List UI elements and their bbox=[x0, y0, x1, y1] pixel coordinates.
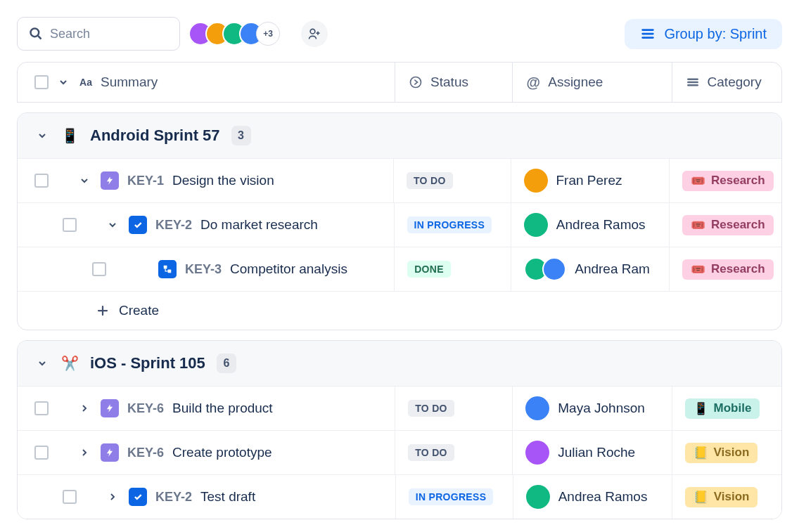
status-badge[interactable]: TO DO bbox=[408, 444, 454, 461]
tag-icon: 📒 bbox=[693, 490, 708, 505]
cell-summary: KEY-2Test draft bbox=[18, 475, 395, 519]
status-badge[interactable]: TO DO bbox=[408, 400, 454, 417]
cell-category[interactable]: 🎟️Research bbox=[669, 203, 781, 247]
chevron-down-icon[interactable] bbox=[34, 356, 50, 371]
table-row[interactable]: KEY-6Create prototypeTO DOJulian Roche📒V… bbox=[18, 430, 781, 474]
issue-summary[interactable]: Do market research bbox=[200, 217, 318, 233]
issue-key[interactable]: KEY-2 bbox=[155, 490, 192, 505]
issue-summary[interactable]: Test draft bbox=[200, 489, 255, 505]
search-icon bbox=[29, 26, 43, 41]
status-badge[interactable]: TO DO bbox=[407, 172, 453, 189]
expand-toggle[interactable] bbox=[77, 401, 92, 416]
cell-status[interactable]: TO DO bbox=[395, 431, 512, 474]
row-checkbox[interactable] bbox=[63, 490, 77, 504]
cell-status[interactable]: DONE bbox=[394, 247, 511, 291]
people-filter[interactable]: +3 bbox=[188, 22, 280, 46]
status-badge[interactable]: IN PROGRESS bbox=[407, 216, 492, 233]
cell-category[interactable]: 📒Vision bbox=[672, 431, 781, 474]
cell-category[interactable]: 🎟️Research bbox=[669, 159, 781, 202]
tag-icon: 🎟️ bbox=[691, 174, 705, 188]
issue-summary[interactable]: Design the vision bbox=[172, 173, 274, 188]
text-icon: Aa bbox=[78, 74, 94, 90]
cell-assignee[interactable]: Andrea Ramos bbox=[513, 475, 672, 519]
tag-label: Research bbox=[711, 262, 765, 276]
column-assignee-label: Assignee bbox=[548, 74, 603, 90]
search-field[interactable] bbox=[50, 27, 168, 41]
category-tag[interactable]: 🎟️Research bbox=[682, 259, 774, 280]
cell-summary: KEY-2Do market research bbox=[18, 203, 394, 247]
cell-assignee[interactable]: Julian Roche bbox=[512, 431, 671, 474]
select-all-checkbox[interactable] bbox=[34, 75, 49, 89]
avatar-overflow[interactable]: +3 bbox=[256, 22, 280, 46]
issue-summary[interactable]: Build the product bbox=[172, 401, 273, 416]
group-by-button[interactable]: Group by: Sprint bbox=[625, 19, 782, 49]
group-header[interactable]: ✂️iOS - Sprint 1056 bbox=[18, 341, 781, 386]
cell-summary: KEY-3Competitor analysis bbox=[18, 247, 394, 291]
add-user-button[interactable] bbox=[301, 20, 328, 47]
search-input[interactable] bbox=[17, 17, 180, 51]
cell-category[interactable]: 🎟️Research bbox=[669, 247, 781, 291]
cell-status[interactable]: IN PROGRESS bbox=[395, 475, 513, 519]
column-summary-label: Summary bbox=[101, 74, 158, 90]
cell-category[interactable]: 📱Mobile bbox=[672, 387, 781, 430]
issue-type-icon bbox=[129, 216, 147, 234]
category-tag[interactable]: 🎟️Research bbox=[682, 215, 774, 235]
issue-key[interactable]: KEY-2 bbox=[155, 218, 192, 233]
tag-icon: 🎟️ bbox=[691, 262, 705, 277]
cell-status[interactable]: IN PROGRESS bbox=[394, 203, 511, 247]
avatar bbox=[525, 441, 549, 465]
menu-icon bbox=[685, 74, 701, 90]
chevron-down-icon[interactable] bbox=[34, 128, 50, 143]
svg-rect-12 bbox=[164, 266, 167, 269]
tag-label: Research bbox=[711, 218, 765, 232]
avatar bbox=[526, 485, 550, 509]
cell-assignee[interactable]: Maya Johnson bbox=[512, 387, 671, 430]
create-issue-button[interactable]: Create bbox=[18, 291, 781, 330]
expand-toggle[interactable] bbox=[105, 489, 120, 505]
row-checkbox[interactable] bbox=[34, 446, 49, 460]
svg-line-1 bbox=[38, 36, 41, 39]
table-row[interactable]: KEY-6Build the productTO DOMaya Johnson📱… bbox=[18, 386, 781, 430]
avatar bbox=[524, 213, 548, 237]
issue-summary[interactable]: Create prototype bbox=[172, 445, 272, 460]
status-icon bbox=[408, 74, 423, 90]
row-checkbox[interactable] bbox=[92, 262, 106, 276]
issue-key[interactable]: KEY-3 bbox=[185, 262, 222, 277]
issue-key[interactable]: KEY-6 bbox=[127, 401, 164, 416]
avatar bbox=[525, 396, 549, 420]
cell-status[interactable]: TO DO bbox=[393, 159, 511, 202]
cell-assignee[interactable]: Andrea Ramos bbox=[511, 203, 669, 247]
cell-category[interactable]: 📒Vision bbox=[672, 475, 781, 519]
expand-toggle[interactable] bbox=[77, 445, 92, 460]
assignee-name: Andrea Ramos bbox=[556, 217, 646, 233]
table-row[interactable]: KEY-1Design the visionTO DOFran Perez🎟️R… bbox=[18, 158, 781, 202]
cell-assignee[interactable]: Andrea Ram bbox=[511, 247, 669, 291]
tag-label: Vision bbox=[714, 446, 750, 460]
expand-toggle[interactable] bbox=[77, 173, 92, 188]
group-header[interactable]: 📱Android Sprint 573 bbox=[18, 113, 781, 158]
svg-point-8 bbox=[411, 77, 421, 88]
table-row[interactable]: KEY-3Competitor analysisDONEAndrea Ram🎟️… bbox=[18, 247, 781, 291]
issue-key[interactable]: KEY-6 bbox=[127, 446, 164, 460]
row-checkbox[interactable] bbox=[34, 174, 49, 188]
status-badge[interactable]: IN PROGRESS bbox=[409, 488, 494, 505]
table-row[interactable]: KEY-2Do market researchIN PROGRESSAndrea… bbox=[18, 202, 781, 247]
column-category-label: Category bbox=[708, 74, 762, 90]
sprint-group: ✂️iOS - Sprint 1056KEY-6Build the produc… bbox=[17, 340, 782, 519]
row-checkbox[interactable] bbox=[34, 401, 49, 415]
category-tag[interactable]: 📒Vision bbox=[685, 443, 758, 463]
table-row[interactable]: KEY-2Test draftIN PROGRESSAndrea Ramos📒V… bbox=[18, 474, 781, 519]
status-badge[interactable]: DONE bbox=[407, 261, 451, 278]
category-tag[interactable]: 🎟️Research bbox=[682, 171, 774, 191]
issue-key[interactable]: KEY-1 bbox=[127, 174, 164, 188]
issue-summary[interactable]: Competitor analysis bbox=[230, 261, 347, 277]
cell-status[interactable]: TO DO bbox=[395, 387, 512, 430]
issue-type-icon bbox=[101, 443, 119, 462]
row-checkbox[interactable] bbox=[63, 218, 77, 232]
category-tag[interactable]: 📱Mobile bbox=[685, 398, 760, 419]
category-tag[interactable]: 📒Vision bbox=[685, 487, 758, 507]
cell-assignee[interactable]: Fran Perez bbox=[511, 159, 669, 202]
expand-toggle[interactable] bbox=[105, 217, 120, 233]
group-title: Android Sprint 57 bbox=[90, 126, 220, 145]
chevron-down-icon[interactable] bbox=[56, 74, 71, 90]
